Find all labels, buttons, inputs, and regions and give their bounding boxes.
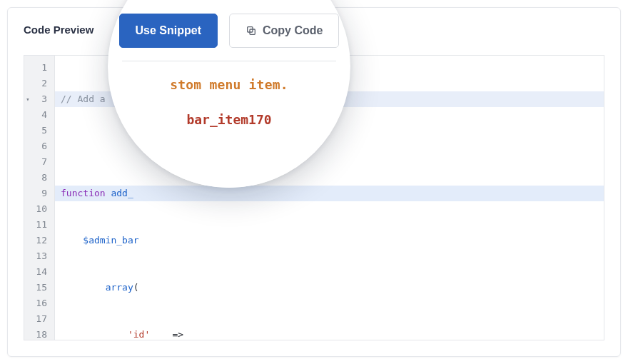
line-number: 17 [34,311,47,327]
line-number: 3 [34,91,47,107]
magnified-text: stom menu item. [170,77,288,92]
copy-icon [245,25,257,36]
line-number: 18 [34,327,47,340]
code-line: $admin_bar [55,233,604,248]
copy-code-button[interactable]: Copy Code [229,14,339,48]
magnified-text: bar_item170 [186,112,271,127]
fold-toggle[interactable]: ▾ [24,91,31,107]
line-number: 2 [34,76,47,91]
line-number: 6 [34,138,47,154]
line-number: 11 [34,217,47,233]
line-number-gutter: 1 2 ▾3 4 5 6 7 8 9 10 11 12 13 14 15 16 … [24,56,55,340]
line-number: 14 [34,264,47,280]
use-snippet-button[interactable]: Use Snippet [119,14,218,48]
line-number: 8 [34,170,47,186]
line-number: 1 [34,60,47,76]
line-number: 16 [34,295,47,311]
copy-code-label: Copy Code [263,24,323,37]
use-snippet-label: Use Snippet [136,24,201,37]
button-row: Use Snippet Copy Code [119,14,340,48]
line-number: 4 [34,107,47,123]
code-line: function add_ [55,186,604,201]
line-number: 10 [34,201,47,217]
line-number: 15 [34,280,47,295]
line-number: 7 [34,154,47,170]
line-number: 12 [34,233,47,248]
line-number: 5 [34,123,47,138]
line-number: 13 [34,248,47,264]
code-line: 'id' => [55,327,604,340]
code-preview-panel: Code Preview 1 2 ▾3 4 5 6 7 8 9 10 11 12… [7,7,621,357]
magnifier-divider [122,61,336,61]
line-number: 9 [34,186,47,201]
code-line: array( [55,280,604,295]
